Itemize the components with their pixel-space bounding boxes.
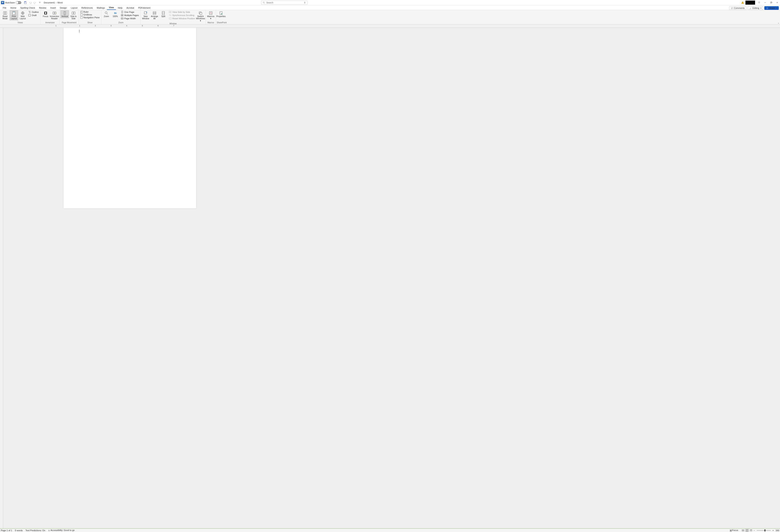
ribbon-tabs: File Home Spelling Check Review Insert D… [0, 5, 780, 10]
tab-acrobat[interactable]: Acrobat [125, 6, 136, 10]
svg-rect-4 [305, 2, 305, 3]
group-macros: Macros▾ Macros [206, 10, 216, 24]
ruler-checkbox[interactable]: Ruler [80, 10, 100, 13]
mic-icon[interactable] [304, 1, 306, 4]
group-window: New Window Arrange All Split View Side b… [141, 10, 206, 24]
group-zoom: Zoom 100100% One Page Multiple Pages Pag… [101, 10, 141, 24]
svg-rect-45 [200, 12, 202, 14]
switch-windows-button[interactable]: Switch Windows ▾ [196, 10, 205, 22]
svg-rect-43 [169, 18, 171, 19]
split-button[interactable]: Split [159, 10, 167, 18]
tab-layout[interactable]: Layout [69, 6, 79, 10]
tab-references[interactable]: References [79, 6, 95, 10]
svg-point-36 [146, 12, 147, 12]
tab-mailings[interactable]: Mailings [95, 6, 107, 10]
arrange-all-button[interactable]: Arrange All [150, 10, 159, 20]
reset-window-position-button[interactable]: Reset Window Position [168, 17, 196, 20]
svg-rect-41 [169, 11, 170, 13]
search-input[interactable] [266, 1, 302, 4]
chevron-down-icon: ▾ [210, 17, 211, 20]
minimize-button[interactable] [762, 0, 768, 5]
search-box[interactable] [261, 1, 307, 5]
tab-spelling-check[interactable]: Spelling Check [18, 6, 37, 10]
gridlines-checkbox[interactable]: Gridlines [80, 13, 100, 16]
svg-rect-30 [121, 11, 123, 13]
svg-rect-38 [153, 13, 156, 14]
svg-rect-8 [770, 2, 772, 3]
group-immersive: Focus Immersive Reader Immersive [41, 10, 60, 24]
redo-button[interactable] [33, 1, 37, 5]
svg-rect-13 [5, 12, 7, 14]
svg-rect-37 [153, 12, 156, 13]
one-page-button[interactable]: One Page [120, 10, 140, 14]
close-button[interactable] [774, 0, 780, 5]
svg-rect-1 [25, 1, 26, 2]
save-button[interactable] [23, 1, 27, 5]
group-sharepoint: SProperties SharePoint [216, 10, 228, 24]
tab-view[interactable]: View [107, 5, 116, 10]
autosave-toggle[interactable]: Off [16, 1, 21, 4]
synchronous-scrolling-button[interactable]: Synchronous Scrolling [168, 14, 196, 17]
autosave-label: AutoSave [5, 1, 15, 4]
document-title: Document1-Word [44, 1, 63, 4]
svg-line-3 [264, 3, 265, 3]
navigation-pane-checkbox[interactable]: Navigation Pane [80, 16, 100, 19]
svg-rect-12 [3, 12, 5, 14]
share-button[interactable]: Share▾ [764, 6, 779, 10]
side-to-side-button[interactable]: Side to Side [69, 10, 78, 20]
diamond-icon[interactable] [756, 0, 762, 5]
immersive-reader-button[interactable]: Immersive Reader [50, 10, 59, 20]
tab-file[interactable]: File [1, 6, 8, 10]
tab-design[interactable]: Design [58, 6, 69, 10]
macros-button[interactable]: Macros▾ [206, 10, 215, 20]
collapse-ribbon-button[interactable]: ⌄ [778, 22, 779, 24]
read-mode-button[interactable]: Read Mode [1, 10, 9, 20]
view-side-by-side-button[interactable]: View Side by Side [168, 10, 196, 14]
ribbon: Read Mode Print Layout Web Layout Outlin… [0, 10, 780, 24]
search-icon [262, 1, 265, 4]
svg-rect-31 [121, 14, 122, 16]
group-views: Read Mode Print Layout Web Layout Outlin… [0, 10, 41, 24]
svg-line-27 [107, 13, 108, 14]
svg-rect-20 [29, 14, 31, 16]
tab-home[interactable]: Home [8, 6, 18, 10]
horizontal-ruler[interactable]: 1 1 2 3 4 5 6 7 [0, 24, 780, 28]
undo-button[interactable] [28, 1, 32, 5]
tab-review[interactable]: Review [37, 6, 48, 10]
focus-button[interactable]: Focus [41, 10, 50, 18]
chevron-down-icon: ▾ [761, 7, 761, 9]
tab-help[interactable]: Help [116, 6, 125, 10]
group-page-movement: Vertical Side to Side Page Movement [60, 10, 79, 24]
svg-rect-11 [731, 7, 733, 9]
svg-rect-32 [123, 14, 123, 16]
web-layout-button[interactable]: Web Layout [18, 10, 27, 20]
svg-text:S: S [221, 12, 223, 15]
draft-button[interactable]: Draft [27, 14, 40, 17]
vertical-button[interactable]: Vertical [60, 10, 69, 18]
svg-rect-42 [170, 11, 172, 13]
alert-icon[interactable] [741, 1, 744, 4]
multiple-pages-button[interactable]: Multiple Pages [120, 14, 140, 17]
tab-pdfelement[interactable]: PDFelement [136, 6, 152, 10]
svg-rect-15 [13, 12, 15, 12]
svg-point-26 [105, 12, 107, 14]
restore-button[interactable] [768, 0, 774, 5]
page-width-button[interactable]: Page Width [120, 17, 140, 20]
properties-button[interactable]: SProperties [217, 10, 225, 18]
user-account[interactable] [745, 1, 755, 5]
tab-insert[interactable]: Insert [48, 6, 58, 10]
titlebar: W AutoSave Off Document1-Word [0, 0, 780, 5]
print-layout-button[interactable]: Print Layout [10, 10, 18, 20]
qat-customize[interactable] [38, 1, 42, 5]
chevron-down-icon: ▾ [776, 7, 777, 9]
svg-rect-22 [45, 12, 46, 14]
outline-button[interactable]: Outline [27, 10, 40, 14]
new-window-button[interactable]: New Window [141, 10, 150, 20]
zoom-100-button[interactable]: 100100% [111, 10, 119, 18]
group-show: Ruler Gridlines Navigation Pane Show [79, 10, 101, 24]
svg-point-2 [263, 2, 264, 3]
zoom-button[interactable]: Zoom [102, 10, 111, 18]
comments-button[interactable]: Comments [729, 6, 746, 10]
svg-point-6 [742, 3, 743, 3]
editing-mode-button[interactable]: Editing▾ [748, 6, 763, 10]
